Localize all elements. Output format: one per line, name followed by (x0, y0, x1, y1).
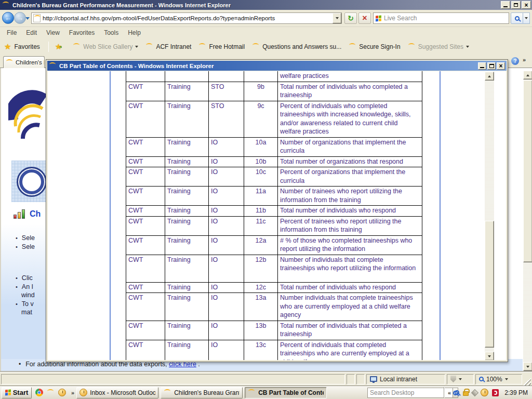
main-scrollbar[interactable] (523, 71, 532, 371)
toolbar-overflow-chevron[interactable]: » (523, 57, 526, 63)
cell-category: Training (165, 255, 209, 282)
table-row: CWTTrainingSTO9bTotal number of individu… (126, 82, 422, 101)
refresh-button[interactable]: ↻ (344, 12, 357, 24)
windows-flag-icon (376, 15, 381, 21)
taskbar-button[interactable]: Children's Bureau Grant ... (161, 387, 243, 398)
cell-num: 13a (244, 293, 278, 321)
popup-scroll-thumb[interactable] (485, 221, 494, 348)
cell-part: CWT (126, 101, 165, 137)
tray-antivirus-icon[interactable] (492, 389, 499, 396)
chevron-down-icon (135, 46, 138, 48)
favorites-item[interactable]: Web Slice Gallery (69, 43, 142, 50)
forward-button[interactable]: → (14, 12, 26, 24)
popup-maximize-button[interactable] (487, 62, 496, 70)
cell-part: CWT (126, 282, 165, 293)
taskbar-button[interactable]: Inbox - Microsoft Outlook (76, 387, 158, 398)
protected-mode-pane[interactable] (447, 374, 474, 384)
restore-button[interactable] (511, 1, 521, 9)
cell-desc: welfare practices (278, 71, 422, 82)
chrome-icon[interactable] (35, 389, 43, 396)
popup-minimize-button[interactable] (478, 62, 486, 70)
security-zone-pane: Local intranet (366, 374, 445, 384)
ie-logo-icon (2, 1, 10, 9)
back-button[interactable]: ← (2, 12, 14, 24)
tray-lock-icon[interactable] (463, 391, 469, 396)
scroll-up-button[interactable] (523, 71, 532, 79)
taskbar: Start » Inbox - Microsoft OutlookChildre… (0, 385, 532, 399)
menu-item-view[interactable]: View (42, 28, 64, 37)
quicklaunch-overflow-chevron[interactable]: » (71, 390, 74, 396)
ie-quicklaunch-icon[interactable] (47, 389, 55, 396)
cell-type: STO (209, 82, 244, 101)
search-options-dropdown[interactable] (523, 12, 530, 24)
table-row: CWTTrainingSTO9cPercent of individuals w… (126, 101, 422, 137)
minimize-button[interactable] (501, 1, 510, 9)
desktop-search-input[interactable] (367, 388, 453, 398)
system-tray: « 2:39 PM (444, 387, 532, 398)
toc-table-body: welfare practicesCWTTrainingSTO9bTotal n… (126, 71, 422, 360)
desktop: Children's Bureau Grant Performance Meas… (0, 0, 532, 399)
cell-desc: Percent of trainees who report utilizing… (278, 216, 422, 235)
menu-item-edit[interactable]: Edit (21, 28, 42, 37)
scroll-thumb[interactable] (523, 80, 532, 262)
address-dropdown-button[interactable] (332, 13, 341, 23)
menu-item-file[interactable]: File (2, 28, 21, 37)
popup-scroll-down-button[interactable] (485, 352, 494, 360)
live-search-box[interactable] (373, 12, 509, 24)
tab-childrens-bureau[interactable]: Children's Bu (3, 56, 45, 68)
favorites-item[interactable]: Questions and Answers su... (248, 43, 345, 50)
bullet-line: •Sele (16, 243, 46, 251)
taskbar-button[interactable]: CB Part Table of Conte... (245, 387, 327, 398)
table-row: CWTTrainingIO10cPercent of organizations… (126, 167, 422, 187)
scroll-down-button[interactable] (523, 362, 532, 371)
popup-close-button[interactable]: × (497, 62, 505, 70)
favorites-star-icon: ★ (4, 42, 11, 51)
cell-desc: Number of trainees who report utilizing … (278, 187, 422, 206)
close-button[interactable]: × (522, 1, 531, 9)
search-icon (515, 16, 520, 21)
tray-collapse-chevron[interactable]: « (448, 390, 451, 396)
zoom-pane[interactable]: 100% (475, 374, 522, 384)
cell-desc: Total number of individuals who complete… (278, 82, 422, 101)
popup-title: CB Part Table of Contents - Windows Inte… (59, 63, 214, 69)
recent-pages-dropdown-icon[interactable] (25, 17, 30, 20)
stop-button[interactable]: × (358, 12, 371, 24)
start-button[interactable]: Start (2, 387, 32, 398)
favorites-button[interactable]: Favorites (14, 43, 39, 50)
search-go-button[interactable] (511, 12, 523, 24)
menu-item-favorites[interactable]: Favorites (64, 28, 99, 37)
menu-item-tools[interactable]: Tools (99, 28, 123, 37)
popup-scroll-up-button[interactable] (485, 72, 494, 81)
ie-icon (164, 389, 171, 396)
address-bar[interactable] (31, 12, 342, 24)
page-border-line-right (440, 71, 441, 360)
cell-num: 11c (244, 216, 278, 235)
popup-scrollbar[interactable] (485, 72, 494, 360)
cell-category: Training (165, 206, 209, 217)
tray-search-icon[interactable] (455, 390, 459, 395)
favorites-item[interactable]: Suggested Sites (404, 43, 473, 50)
resize-grip[interactable] (523, 378, 531, 385)
desktop-search-box[interactable] (367, 388, 436, 398)
cell-desc: Total number of individuals who respond (278, 282, 422, 293)
page-bullet-list: •Sele•Sele•Clic•An I wind•To v mat (16, 234, 46, 317)
help-icon[interactable]: ? (511, 57, 519, 65)
add-favorite-icon[interactable]: ★ (55, 42, 62, 51)
menu-item-help[interactable]: Help (123, 28, 145, 37)
address-input[interactable] (43, 15, 332, 21)
tray-diamond-icon[interactable] (471, 389, 478, 396)
cell-category: Training (165, 101, 209, 137)
cell-category: Training (165, 167, 209, 187)
table-row: CWTTrainingIO11bTotal number of individu… (126, 206, 422, 217)
cell-type: IO (209, 282, 244, 293)
favorites-item[interactable]: Secure Sign-In (345, 43, 404, 50)
tray-outlook-icon[interactable] (481, 389, 488, 396)
outlook-quicklaunch-icon[interactable] (58, 389, 66, 396)
cell-part: CWT (126, 206, 165, 217)
favorites-item[interactable]: Free Hotmail (195, 43, 248, 50)
cell-type: IO (209, 216, 244, 235)
start-flag-icon (5, 389, 11, 395)
menu-bar: FileEditViewFavoritesToolsHelp (0, 27, 532, 38)
live-search-input[interactable] (384, 15, 507, 22)
favorites-item[interactable]: ACF Intranet (142, 43, 195, 50)
